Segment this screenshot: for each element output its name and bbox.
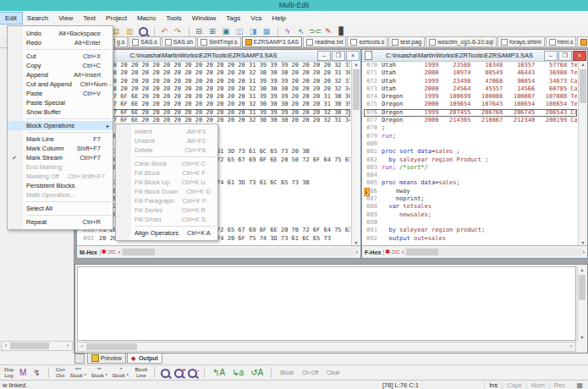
file-tab-html-s[interactable]: html.s — [546, 36, 577, 47]
menu-item-persistent-blocks[interactable]: Persistent Blocks — [8, 181, 113, 190]
grid-icon[interactable]: ▦ — [576, 381, 583, 389]
scroll-left-icon[interactable]: ‹ — [78, 342, 86, 351]
undo-icon[interactable]: ↶ — [158, 26, 170, 36]
file-tab-sas-s[interactable]: SAS.s — [129, 36, 160, 47]
restore-icon[interactable]: ❒ — [332, 51, 345, 61]
uppercase-button[interactable]: ↰A — [212, 367, 225, 379]
menu-item-copy[interactable]: CopyCtrl+C — [8, 61, 113, 70]
file-tab-test-pag[interactable]: test.pag — [388, 36, 425, 47]
menu-item-paste-special[interactable]: Paste Special — [8, 98, 113, 107]
minimize-icon[interactable]: – — [544, 51, 558, 61]
scroll-left-icon[interactable]: ‹ — [2, 342, 10, 350]
dup-log-button[interactable]: Dup Log — [4, 367, 14, 378]
file-tab-ezrsamp3-sas[interactable]: EZRSAMP3.SAS — [577, 36, 588, 47]
scroll-right-icon[interactable]: › — [567, 342, 575, 351]
scrollbar-thumb[interactable] — [353, 69, 360, 110]
menu-item-mark-line[interactable]: Mark LineF7 — [8, 134, 113, 144]
file-tab-forays-shtml[interactable]: forays.shtml — [497, 36, 545, 47]
menubar-item-project[interactable]: Project — [101, 13, 132, 24]
file-tab-ezrsamp3-sas[interactable]: EZRSAMP3.SAS — [242, 36, 303, 47]
block-line-button[interactable]: Block Line — [135, 367, 147, 378]
status-toggle-caps[interactable]: Caps — [502, 381, 526, 389]
scroll-right-icon[interactable]: › — [63, 342, 72, 350]
scrollbar-thumb[interactable] — [10, 342, 49, 349]
sync-icon[interactable]: ⊃⊂ — [107, 249, 116, 255]
scroll-up-icon[interactable]: ▴ — [578, 266, 586, 272]
link-icon[interactable]: ⊃⊂ — [309, 26, 321, 36]
search-icon[interactable] — [137, 26, 149, 36]
status-toggle-rec[interactable]: Rec — [549, 381, 569, 389]
hex-window-titlebar[interactable]: C:\inuasha\MartinWorks\EZRTools\EZRSAMP3… — [77, 50, 360, 62]
menu-item-undo[interactable]: UndoAlt+Backspace — [8, 29, 113, 38]
lowercase-button[interactable]: ↳a — [232, 367, 244, 379]
pointer-icon[interactable]: ↖ — [295, 26, 307, 36]
menu-item-show-buffer[interactable]: Show Buffer — [8, 107, 113, 117]
panel-tab-preview[interactable]: Preview — [87, 353, 126, 364]
window-list-icon[interactable]: ▦ — [261, 26, 272, 36]
menubar-item-tools[interactable]: Tools — [161, 13, 187, 24]
scrollbar-thumb[interactable] — [579, 275, 585, 300]
output-hscrollbar[interactable]: ‹ › — [77, 342, 576, 352]
hex-mode-label[interactable]: M-Hex — [77, 249, 101, 255]
pen-icon[interactable]: ✎ — [322, 26, 334, 36]
scrollbar-thumb[interactable] — [123, 249, 155, 255]
window-titlebar[interactable]: Multi-Edit — [0, 0, 588, 11]
menu-item-redo[interactable]: RedoAlt+Enter — [8, 38, 113, 47]
scrollbar-thumb[interactable] — [86, 343, 137, 350]
menu-item-align-operators[interactable]: Align OperatorsCtrl+K A — [116, 228, 217, 238]
scroll-up-icon[interactable]: ▴ — [352, 61, 360, 67]
cascade-windows-icon[interactable]: ▣ — [220, 26, 232, 36]
panel-tab-output[interactable]: ◆Output — [127, 353, 162, 364]
menubar-item-vcs[interactable]: Vcs — [245, 13, 267, 24]
code-mode-label[interactable]: F-Hex — [362, 249, 384, 255]
hex-vscrollbar[interactable]: ▴ ▾ — [351, 61, 360, 246]
tile-vertical-icon[interactable]: ⊞ — [206, 26, 218, 36]
code-content[interactable]: 070Utah 1999 23588 10348 10357 57768 Ten… — [364, 62, 577, 246]
panel-corner-button[interactable] — [74, 353, 85, 364]
code-vscrollbar[interactable]: ▴ ▾ — [578, 61, 587, 246]
open-file-icon[interactable]: ▥ — [124, 26, 135, 36]
scroll-right-icon[interactable]: › — [583, 249, 587, 255]
book-icon[interactable]: ▊ — [336, 26, 348, 36]
file-tab-wssctm-cg1-6-10-sql[interactable]: wssctm_cg1-6-10.sql — [426, 36, 497, 47]
macro-file-icon[interactable]: M — [19, 367, 26, 379]
menubar-item-macro[interactable]: Macro — [132, 13, 161, 24]
split-vertical-icon[interactable]: ◨ — [247, 26, 259, 36]
split-horizontal-icon[interactable]: ◫ — [234, 26, 245, 36]
menu-item-mark-column[interactable]: Mark ColumnShift+F7 — [8, 144, 113, 153]
redo-icon[interactable]: ↷ — [172, 26, 184, 36]
block-clear-label[interactable]: Clear — [327, 370, 340, 375]
status-toggle-ins[interactable]: Ins — [484, 381, 502, 389]
status-toggle-num[interactable]: Num — [526, 381, 549, 389]
side-panel-hscrollbar[interactable]: ‹ › — [1, 341, 73, 351]
scrollbar-thumb[interactable] — [580, 69, 586, 103]
scroll-down-icon[interactable]: ▾ — [352, 239, 360, 245]
block-label[interactable]: Block — [280, 370, 294, 375]
menubar-item-tags[interactable]: Tags — [221, 13, 245, 24]
menubar-item-view[interactable]: View — [53, 13, 78, 24]
menubar-item-text[interactable]: Text — [78, 13, 101, 24]
scroll-right-icon[interactable]: › — [356, 249, 360, 255]
code-window-titlebar[interactable]: C:\inuasha\MartinWorks\EZRTools\EZRSAMP3… — [362, 50, 587, 62]
menu-item-repeat[interactable]: RepeatCtrl+R — [8, 217, 113, 227]
menu-item-append[interactable]: AppendAlt+Insert — [8, 70, 113, 79]
menubar-item-edit[interactable]: Edit — [0, 13, 22, 24]
scroll-left-icon[interactable]: ‹ — [402, 249, 404, 255]
scroll-left-icon[interactable]: ‹ — [118, 249, 120, 255]
menubar-item-window[interactable]: Window — [187, 13, 221, 24]
menu-item-cut[interactable]: CutCtrl+X — [8, 52, 113, 61]
menubar-item-search[interactable]: Search — [22, 13, 53, 24]
scrollbar-thumb[interactable] — [406, 249, 438, 255]
zoom-in-button[interactable]: + — [173, 368, 184, 378]
close-icon[interactable]: × — [573, 51, 586, 61]
block-onoff-label[interactable]: On Off — [302, 370, 318, 375]
macro-run-icon[interactable]: ϟ — [282, 26, 294, 36]
stock-2-button[interactable]: ** Stock * — [91, 367, 107, 378]
menubar-item-help[interactable]: Help — [267, 13, 291, 24]
scroll-down-icon[interactable]: ▾ — [579, 239, 587, 245]
run-macro-icon[interactable]: ↯ — [33, 367, 40, 379]
tile-horizontal-icon[interactable]: ⊟ — [193, 26, 205, 36]
file-tab-smttmpl-s[interactable]: SmtTmpl.s — [197, 36, 240, 47]
menu-item-cut-and-append[interactable]: Cut and AppendCtrl+Num - — [8, 79, 113, 89]
console-out-button[interactable]: Con Out — [56, 367, 65, 378]
